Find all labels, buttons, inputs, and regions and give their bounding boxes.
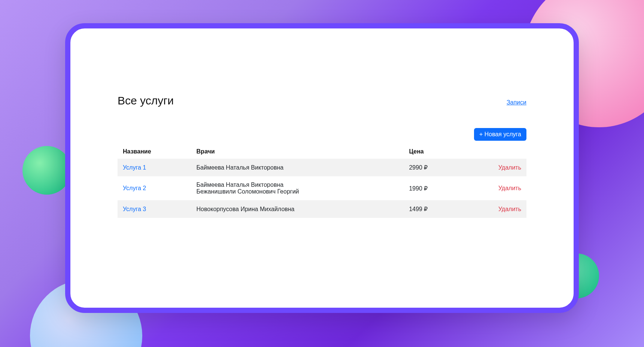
- price-cell: 2990 ₽: [404, 159, 477, 176]
- doctors-cell: Баймеева Наталья ВикторовнаБежанишвили С…: [191, 176, 404, 200]
- table-row: Услуга 1Баймеева Наталья Викторовна2990 …: [118, 159, 526, 176]
- price-cell: 1499 ₽: [404, 200, 477, 218]
- device-frame: Все услуги Записи + Новая услуга Названи…: [65, 23, 579, 313]
- services-table: Название Врачи Цена Услуга 1Баймеева Нат…: [118, 144, 526, 218]
- doctors-cell: Баймеева Наталья Викторовна: [191, 159, 404, 176]
- doctor-name: Баймеева Наталья Викторовна: [197, 182, 399, 188]
- service-link[interactable]: Услуга 3: [123, 206, 146, 212]
- page-title: Все услуги: [118, 94, 174, 107]
- col-header-name: Название: [118, 144, 191, 159]
- service-link[interactable]: Услуга 1: [123, 164, 146, 171]
- table-header-row: Название Врачи Цена: [118, 144, 526, 159]
- col-header-price: Цена: [404, 144, 477, 159]
- page-header: Все услуги Записи: [118, 94, 526, 107]
- records-link[interactable]: Записи: [507, 99, 526, 106]
- doctor-name: Новокорпусова Ирина Михайловна: [197, 206, 399, 213]
- decor-circle-green-small: [22, 146, 71, 195]
- content-area: Все услуги Записи + Новая услуга Названи…: [76, 34, 568, 233]
- toolbar: + Новая услуга: [118, 128, 526, 141]
- col-header-doctors: Врачи: [191, 144, 404, 159]
- table-row: Услуга 2Баймеева Наталья ВикторовнаБежан…: [118, 176, 526, 200]
- service-link[interactable]: Услуга 2: [123, 185, 146, 191]
- price-cell: 1990 ₽: [404, 176, 477, 200]
- app-stage: Все услуги Записи + Новая услуга Названи…: [76, 34, 568, 302]
- delete-link[interactable]: Удалить: [483, 164, 521, 171]
- delete-link[interactable]: Удалить: [483, 185, 521, 192]
- col-header-actions: [477, 144, 526, 159]
- doctor-name: Баймеева Наталья Викторовна: [197, 164, 399, 171]
- new-service-button[interactable]: + Новая услуга: [474, 128, 526, 141]
- table-row: Услуга 3Новокорпусова Ирина Михайловна14…: [118, 200, 526, 218]
- doctors-cell: Новокорпусова Ирина Михайловна: [191, 200, 404, 218]
- delete-link[interactable]: Удалить: [483, 206, 521, 213]
- doctor-name: Бежанишвили Соломонович Георгий: [197, 188, 399, 195]
